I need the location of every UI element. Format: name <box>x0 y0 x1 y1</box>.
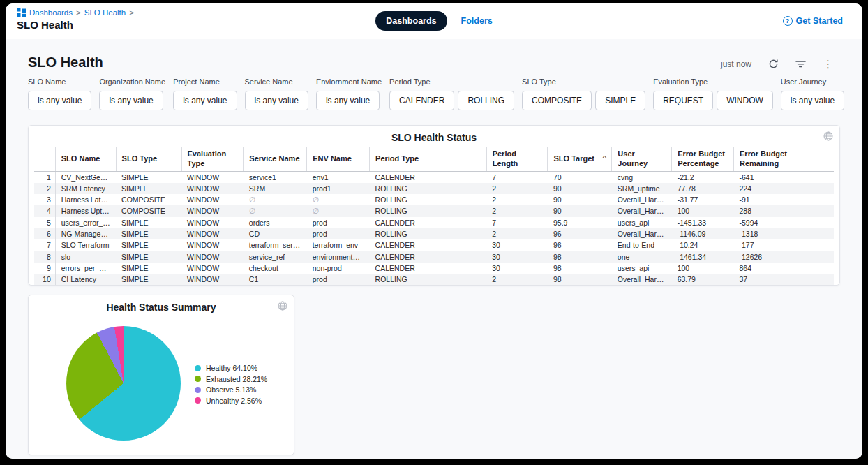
table-row[interactable]: 2SRM LatencySIMPLEWINDOWSRMprod1ROLLING2… <box>34 183 834 194</box>
breadcrumb-dashboards[interactable]: Dashboards <box>29 8 73 17</box>
filter-value-button[interactable]: is any value <box>316 91 380 110</box>
filter-label: Evaluation Type <box>653 78 773 86</box>
table-cell: ∅ <box>244 205 307 216</box>
table-row[interactable]: 9errors_per_minSIMPLEWINDOWcheckoutnon-p… <box>34 263 834 274</box>
table-cell: 96 <box>548 239 612 251</box>
column-header[interactable]: Error Budget Percentage <box>672 147 734 171</box>
legend-item[interactable]: Exhausted 28.21% <box>195 375 267 383</box>
table-cell: 288 <box>734 205 834 216</box>
table-cell: ROLLING <box>370 194 487 205</box>
filter-group: Enviornment Nameis any value <box>316 78 382 110</box>
filter-value-button[interactable]: is any value <box>781 91 844 110</box>
refresh-icon[interactable] <box>768 59 779 69</box>
table-cell: prod1 <box>307 183 370 194</box>
table-cell: CI Latency <box>55 274 116 285</box>
table-cell: errors_per_min <box>55 263 116 274</box>
legend-item[interactable]: Observe 5.13% <box>195 385 267 394</box>
column-header[interactable]: SLO Name <box>55 147 116 171</box>
table-cell: users_error_per_min <box>55 217 116 228</box>
table-cell: one <box>612 251 672 263</box>
filter-value-button[interactable]: ROLLING <box>458 91 514 110</box>
column-header[interactable]: Period Type <box>370 147 487 171</box>
filter-value-button[interactable]: is any value <box>99 91 163 110</box>
health-status-summary-card: Health Status Summary Healthy 64.10%Exha… <box>28 295 294 455</box>
slo-health-table: SLO NameSLO TypeEvaluation TypeService N… <box>34 147 834 285</box>
table-cell: SIMPLE <box>116 228 181 239</box>
filter-value-button[interactable]: SIMPLE <box>595 91 645 110</box>
breadcrumb[interactable]: Dashboards > SLO Health > <box>17 8 134 17</box>
column-header[interactable]: SLO Target^ <box>548 147 612 171</box>
legend-label: Exhausted 28.21% <box>206 375 267 383</box>
filter-value-button[interactable]: is any value <box>173 91 237 110</box>
row-number: 1 <box>34 171 55 183</box>
filter-group: SLO Nameis any value <box>28 78 91 110</box>
table-row[interactable]: 7SLO TerraformSIMPLEWINDOWterraform_serv… <box>34 239 834 251</box>
tab-dashboards[interactable]: Dashboards <box>375 11 447 31</box>
globe-icon[interactable] <box>278 301 287 313</box>
row-number: 6 <box>34 228 55 239</box>
row-number-header <box>34 147 55 171</box>
table-cell: Overall_Harness <box>612 194 672 205</box>
table-cell: environment_ref <box>307 251 370 263</box>
table-cell: SRM_uptime <box>612 183 672 194</box>
column-header[interactable]: Period Length <box>486 147 548 171</box>
breadcrumb-slo-health[interactable]: SLO Health <box>84 8 126 17</box>
legend-swatch <box>195 397 201 404</box>
filter-label: Enviornment Name <box>316 78 382 86</box>
table-row[interactable]: 5users_error_per_minSIMPLEWINDOWorderspr… <box>34 217 834 228</box>
column-header[interactable]: Evaluation Type <box>181 147 244 171</box>
table-title: SLO Health Status <box>29 126 839 143</box>
table-cell: COMPOSITE <box>116 205 181 216</box>
column-header[interactable]: ENV Name <box>307 147 370 171</box>
dashboard-body: SLO Health just now ⋮ SLO Nameis any val… <box>6 39 862 459</box>
filter-icon[interactable] <box>795 59 806 68</box>
table-row[interactable]: 8sloSIMPLEWINDOWservice_refenvironment_r… <box>34 251 834 263</box>
table-cell: SIMPLE <box>116 251 181 263</box>
table-cell: Harness Latency <box>55 194 116 205</box>
filter-value-button[interactable]: is any value <box>245 91 308 110</box>
filter-value-button[interactable]: CALENDER <box>389 91 454 110</box>
get-started-link[interactable]: ? Get Started <box>783 3 843 38</box>
table-cell: CV_NextGen_Prod <box>55 171 116 183</box>
tab-folders[interactable]: Folders <box>461 16 493 26</box>
filter-group: Organization Nameis any value <box>99 78 165 110</box>
filter-label: SLO Type <box>522 78 645 86</box>
filter-value-button[interactable]: WINDOW <box>717 91 773 110</box>
table-row[interactable]: 10CI LatencySIMPLEWINDOWC1prodROLLING298… <box>34 274 834 285</box>
table-cell: WINDOW <box>181 194 244 205</box>
row-number: 5 <box>34 217 55 228</box>
table-cell: prod <box>307 217 370 228</box>
table-cell: 98 <box>548 251 612 263</box>
table-cell: WINDOW <box>181 251 244 263</box>
breadcrumb-separator: > <box>76 8 81 17</box>
dashboards-grid-icon <box>17 8 26 17</box>
slo-health-status-card: SLO Health Status SLO NameSLO TypeEvalua… <box>28 125 840 286</box>
table-row[interactable]: 3Harness LatencyCOMPOSITEWINDOW∅∅ROLLING… <box>34 194 834 205</box>
column-header[interactable]: SLO Type <box>116 147 181 171</box>
dashboard-title: SLO Health <box>28 54 103 71</box>
table-cell: CALENDER <box>370 171 487 183</box>
legend-item[interactable]: Healthy 64.10% <box>195 364 267 372</box>
table-cell: End-to-End <box>612 239 672 251</box>
filter-value-button[interactable]: is any value <box>28 91 91 110</box>
globe-icon[interactable] <box>823 131 833 144</box>
column-header[interactable]: Error Budget Remaining <box>734 147 834 171</box>
filter-value-button[interactable]: REQUEST <box>653 91 713 110</box>
column-header[interactable]: Service Name <box>244 147 307 171</box>
column-header[interactable]: User Journey <box>612 147 672 171</box>
filter-group: User Journeyis any value <box>781 78 844 110</box>
table-row[interactable]: 4Harness UptimeCOMPOSITEWINDOW∅∅ROLLING2… <box>34 205 834 216</box>
table-cell: ∅ <box>307 205 370 216</box>
table-cell: SLO Terraform <box>55 239 116 251</box>
more-vertical-icon[interactable]: ⋮ <box>823 59 833 69</box>
table-cell: 100 <box>672 263 734 274</box>
table-cell: -31.77 <box>672 194 734 205</box>
pie-chart[interactable] <box>66 326 181 441</box>
filter-label: Service Name <box>245 78 308 86</box>
table-cell: SIMPLE <box>116 171 181 183</box>
table-cell: terraform_env <box>307 239 370 251</box>
table-row[interactable]: 6NG Manager LatencySIMPLEWINDOWCDprodROL… <box>34 228 834 239</box>
table-row[interactable]: 1CV_NextGen_ProdSIMPLEWINDOWservice1env1… <box>34 171 834 183</box>
legend-item[interactable]: Unhealthy 2.56% <box>195 397 267 405</box>
filter-value-button[interactable]: COMPOSITE <box>522 91 592 110</box>
